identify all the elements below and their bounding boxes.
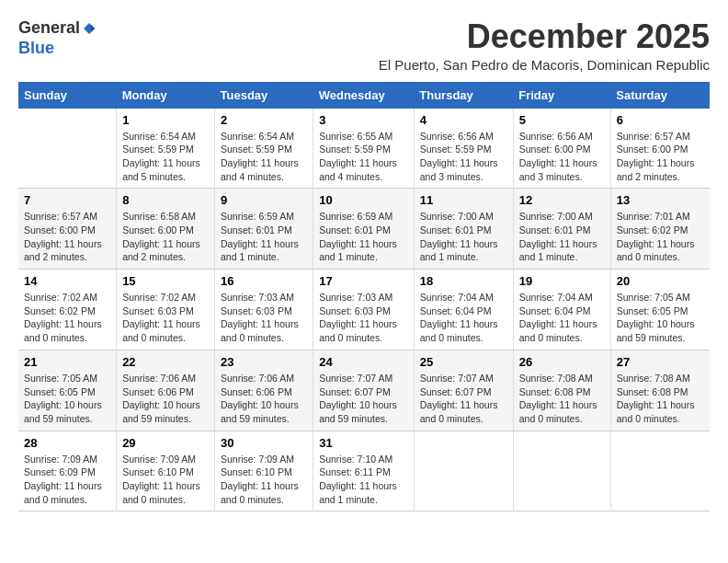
calendar-cell: 10Sunrise: 6:59 AM Sunset: 6:01 PM Dayli… [313, 189, 415, 270]
day-info: Sunrise: 6:54 AM Sunset: 5:59 PM Dayligh… [221, 130, 307, 184]
day-info: Sunrise: 7:07 AM Sunset: 6:07 PM Dayligh… [319, 372, 408, 426]
day-info: Sunrise: 6:59 AM Sunset: 6:01 PM Dayligh… [319, 210, 408, 264]
day-info: Sunrise: 6:54 AM Sunset: 5:59 PM Dayligh… [122, 130, 209, 184]
day-info: Sunrise: 7:00 AM Sunset: 6:01 PM Dayligh… [420, 210, 507, 264]
calendar-cell: 7Sunrise: 6:57 AM Sunset: 6:00 PM Daylig… [18, 189, 117, 270]
day-number: 14 [24, 274, 110, 288]
calendar-week-row: 21Sunrise: 7:05 AM Sunset: 6:05 PM Dayli… [18, 350, 710, 431]
day-number: 30 [221, 436, 307, 450]
day-number: 17 [319, 274, 408, 288]
calendar-cell: 3Sunrise: 6:55 AM Sunset: 5:59 PM Daylig… [313, 109, 415, 189]
day-number: 8 [122, 193, 209, 207]
day-number: 19 [519, 274, 605, 288]
day-info: Sunrise: 7:09 AM Sunset: 6:10 PM Dayligh… [221, 453, 307, 507]
day-number: 7 [24, 193, 110, 207]
calendar-cell: 11Sunrise: 7:00 AM Sunset: 6:01 PM Dayli… [414, 189, 513, 270]
day-number: 31 [319, 436, 408, 450]
day-number: 12 [519, 193, 605, 207]
day-number: 2 [221, 113, 307, 127]
day-info: Sunrise: 7:02 AM Sunset: 6:03 PM Dayligh… [122, 291, 209, 345]
day-number: 21 [24, 355, 110, 369]
weekday-header-saturday: Saturday [610, 82, 710, 109]
day-info: Sunrise: 7:09 AM Sunset: 6:09 PM Dayligh… [24, 453, 110, 507]
calendar-cell: 9Sunrise: 6:59 AM Sunset: 6:01 PM Daylig… [215, 189, 313, 270]
day-number: 22 [122, 355, 209, 369]
day-number: 4 [420, 113, 507, 127]
calendar-cell: 27Sunrise: 7:08 AM Sunset: 6:08 PM Dayli… [610, 350, 710, 431]
calendar-week-row: 14Sunrise: 7:02 AM Sunset: 6:02 PM Dayli… [18, 270, 710, 350]
day-number: 13 [617, 193, 704, 207]
day-info: Sunrise: 7:06 AM Sunset: 6:06 PM Dayligh… [221, 372, 307, 426]
calendar-cell [513, 431, 610, 511]
calendar-cell: 12Sunrise: 7:00 AM Sunset: 6:01 PM Dayli… [513, 189, 610, 270]
calendar-cell: 26Sunrise: 7:08 AM Sunset: 6:08 PM Dayli… [513, 350, 610, 431]
day-info: Sunrise: 6:56 AM Sunset: 6:00 PM Dayligh… [519, 130, 605, 184]
weekday-header-friday: Friday [513, 82, 610, 109]
weekday-header-monday: Monday [117, 82, 215, 109]
logo: General Blue [18, 18, 97, 58]
day-info: Sunrise: 7:03 AM Sunset: 6:03 PM Dayligh… [319, 291, 408, 345]
calendar-table: SundayMondayTuesdayWednesdayThursdayFrid… [18, 82, 710, 512]
calendar-cell: 4Sunrise: 6:56 AM Sunset: 5:59 PM Daylig… [414, 109, 513, 189]
day-info: Sunrise: 7:02 AM Sunset: 6:02 PM Dayligh… [24, 291, 110, 345]
day-info: Sunrise: 7:08 AM Sunset: 6:08 PM Dayligh… [617, 372, 704, 426]
day-number: 29 [122, 436, 209, 450]
day-info: Sunrise: 7:06 AM Sunset: 6:06 PM Dayligh… [122, 372, 209, 426]
day-number: 25 [420, 355, 507, 369]
day-info: Sunrise: 6:58 AM Sunset: 6:00 PM Dayligh… [122, 210, 209, 264]
day-number: 23 [221, 355, 307, 369]
day-info: Sunrise: 6:55 AM Sunset: 5:59 PM Dayligh… [319, 130, 408, 184]
calendar-cell: 31Sunrise: 7:10 AM Sunset: 6:11 PM Dayli… [313, 431, 415, 511]
day-number: 3 [319, 113, 408, 127]
day-info: Sunrise: 7:09 AM Sunset: 6:10 PM Dayligh… [122, 453, 209, 507]
calendar-cell: 23Sunrise: 7:06 AM Sunset: 6:06 PM Dayli… [215, 350, 313, 431]
calendar-header-row: SundayMondayTuesdayWednesdayThursdayFrid… [18, 82, 710, 109]
calendar-cell: 30Sunrise: 7:09 AM Sunset: 6:10 PM Dayli… [215, 431, 313, 511]
day-number: 20 [617, 274, 704, 288]
day-info: Sunrise: 7:07 AM Sunset: 6:07 PM Dayligh… [420, 372, 507, 426]
day-number: 9 [221, 193, 307, 207]
day-info: Sunrise: 7:04 AM Sunset: 6:04 PM Dayligh… [420, 291, 507, 345]
calendar-cell: 2Sunrise: 6:54 AM Sunset: 5:59 PM Daylig… [215, 109, 313, 189]
day-number: 24 [319, 355, 408, 369]
calendar-cell: 5Sunrise: 6:56 AM Sunset: 6:00 PM Daylig… [513, 109, 610, 189]
calendar-cell: 6Sunrise: 6:57 AM Sunset: 6:00 PM Daylig… [610, 109, 710, 189]
day-number: 5 [519, 113, 605, 127]
calendar-cell [414, 431, 513, 511]
main-title: December 2025 [379, 18, 710, 55]
calendar-cell: 1Sunrise: 6:54 AM Sunset: 5:59 PM Daylig… [117, 109, 215, 189]
day-info: Sunrise: 7:00 AM Sunset: 6:01 PM Dayligh… [519, 210, 605, 264]
calendar-cell: 13Sunrise: 7:01 AM Sunset: 6:02 PM Dayli… [610, 189, 710, 270]
day-number: 1 [122, 113, 209, 127]
day-number: 11 [420, 193, 507, 207]
day-number: 18 [420, 274, 507, 288]
day-info: Sunrise: 6:57 AM Sunset: 6:00 PM Dayligh… [24, 210, 110, 264]
subtitle: El Puerto, San Pedro de Macoris, Dominic… [379, 57, 710, 73]
calendar-cell: 15Sunrise: 7:02 AM Sunset: 6:03 PM Dayli… [117, 270, 215, 350]
calendar-cell: 8Sunrise: 6:58 AM Sunset: 6:00 PM Daylig… [117, 189, 215, 270]
logo-general: General [18, 18, 97, 39]
weekday-header-thursday: Thursday [414, 82, 513, 109]
day-info: Sunrise: 7:10 AM Sunset: 6:11 PM Dayligh… [319, 453, 408, 507]
logo-blue: Blue [18, 39, 97, 59]
calendar-cell: 29Sunrise: 7:09 AM Sunset: 6:10 PM Dayli… [117, 431, 215, 511]
calendar-cell: 14Sunrise: 7:02 AM Sunset: 6:02 PM Dayli… [18, 270, 117, 350]
day-number: 27 [617, 355, 704, 369]
day-info: Sunrise: 7:04 AM Sunset: 6:04 PM Dayligh… [519, 291, 605, 345]
calendar-week-row: 1Sunrise: 6:54 AM Sunset: 5:59 PM Daylig… [18, 109, 710, 189]
calendar-cell: 19Sunrise: 7:04 AM Sunset: 6:04 PM Dayli… [513, 270, 610, 350]
day-number: 6 [617, 113, 704, 127]
calendar-cell: 25Sunrise: 7:07 AM Sunset: 6:07 PM Dayli… [414, 350, 513, 431]
day-info: Sunrise: 7:05 AM Sunset: 6:05 PM Dayligh… [24, 372, 110, 426]
day-number: 16 [221, 274, 307, 288]
day-number: 10 [319, 193, 408, 207]
day-number: 15 [122, 274, 209, 288]
weekday-header-tuesday: Tuesday [215, 82, 313, 109]
day-info: Sunrise: 7:08 AM Sunset: 6:08 PM Dayligh… [519, 372, 605, 426]
calendar-cell: 20Sunrise: 7:05 AM Sunset: 6:05 PM Dayli… [610, 270, 710, 350]
day-number: 28 [24, 436, 110, 450]
weekday-header-sunday: Sunday [18, 82, 117, 109]
calendar-week-row: 28Sunrise: 7:09 AM Sunset: 6:09 PM Dayli… [18, 431, 710, 511]
title-section: December 2025 El Puerto, San Pedro de Ma… [379, 18, 710, 73]
calendar-cell: 28Sunrise: 7:09 AM Sunset: 6:09 PM Dayli… [18, 431, 117, 511]
